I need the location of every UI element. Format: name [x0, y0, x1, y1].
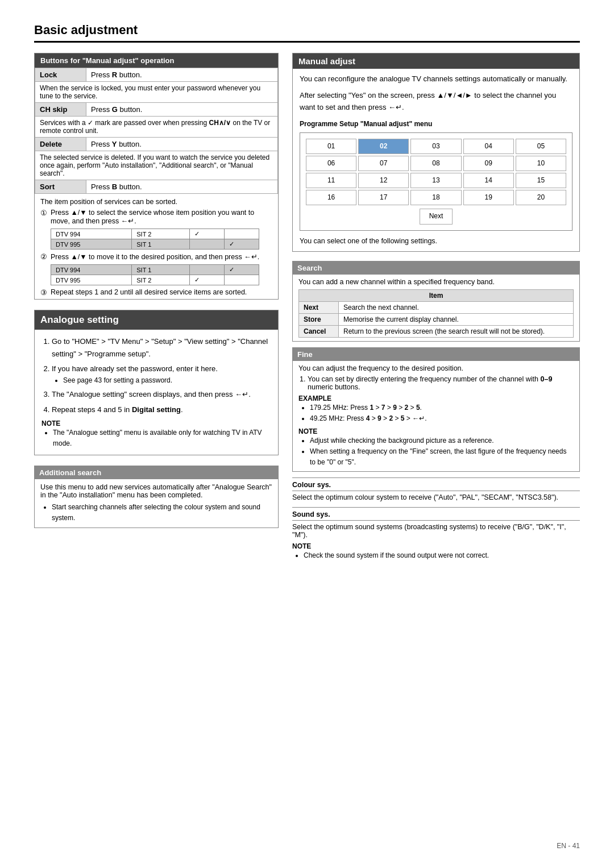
- table-row: ✓: [189, 229, 224, 239]
- list-item: See page 43 for setting a password.: [63, 375, 271, 386]
- table-row: DTV 995: [51, 239, 132, 250]
- sound-sys-body: Select the optimum sound systems (broadc…: [292, 523, 580, 539]
- fine-section: Fine You can adjust the frequency to the…: [292, 347, 580, 472]
- prog-cell: 08: [410, 156, 461, 171]
- page-number: EN - 41: [557, 842, 580, 850]
- fine-header: Fine: [293, 348, 579, 361]
- table-row: ✓: [224, 239, 259, 250]
- manual-adjust-instruction: After selecting "Yes" on the screen, pre…: [300, 90, 572, 114]
- prog-cell-selected: 02: [358, 139, 409, 154]
- list-item: Check the sound system if the sound outp…: [304, 550, 580, 561]
- table-row: [189, 239, 224, 250]
- example-label: EXAMPLE: [298, 394, 574, 402]
- table-row: When the service is locked, you must ent…: [35, 82, 278, 103]
- fine-note: NOTE Adjust while checking the backgroun…: [298, 427, 574, 468]
- sort-table-1: DTV 994SIT 2✓ DTV 995SIT 1✓: [51, 229, 259, 250]
- table-row: ✓: [224, 265, 259, 275]
- lock-note: When the service is locked, you must ent…: [35, 82, 278, 103]
- prog-grid: 01 02 03 04 05 06 07 08 09 10 11 12 13 1…: [300, 132, 572, 231]
- prog-cell: 11: [306, 173, 356, 188]
- table-row: [189, 265, 224, 275]
- table-row: CH skip Press G button.: [35, 103, 278, 117]
- additional-search-text: Use this menu to add new services automa…: [40, 483, 272, 499]
- table-row: SIT 1: [132, 265, 189, 275]
- prog-cell: 10: [516, 156, 566, 171]
- lock-desc: Press R button.: [86, 68, 278, 82]
- search-cancel-desc: Return to the previous screen (the searc…: [339, 325, 574, 337]
- buttons-section-header: Buttons for "Manual adjust" operation: [35, 53, 278, 68]
- lock-label: Lock: [35, 68, 86, 82]
- search-body: You can add a new channel within a speci…: [293, 275, 579, 341]
- page-title: Basic adjustment: [34, 23, 580, 43]
- table-row: DTV 995: [51, 275, 132, 285]
- search-table: Item Next Search the next channel. Store…: [298, 289, 574, 338]
- table-row: Lock Press R button.: [35, 68, 278, 82]
- chskip-note: Services with a ✓ mark are passed over w…: [35, 117, 278, 138]
- example-block: EXAMPLE 179.25 MHz: Press 1 > 7 > 9 > 2 …: [298, 394, 574, 424]
- after-grid-text: You can select one of the following sett…: [300, 235, 572, 247]
- table-row: DTV 994: [51, 265, 132, 275]
- chskip-label: CH skip: [35, 103, 86, 117]
- table-row: Sort Press B button.: [35, 180, 278, 194]
- prog-cell: 12: [358, 173, 409, 188]
- prog-cell: 16: [306, 190, 356, 205]
- table-row: [224, 275, 259, 285]
- table-row: SIT 2: [132, 229, 189, 239]
- fine-body: You can adjust the frequency to the desi…: [293, 361, 579, 472]
- search-intro: You can add a new channel within a speci…: [298, 278, 574, 286]
- list-item: 49.25 MHz: Press 4 > 9 > 2 > 5 > ←↵.: [310, 413, 574, 424]
- manual-adjust-header: Manual adjust: [293, 53, 579, 69]
- right-column: Manual adjust You can reconfigure the an…: [292, 53, 580, 562]
- example-list: 179.25 MHz: Press 1 > 7 > 9 > 2 > 5. 49.…: [310, 402, 574, 424]
- sound-sys-note: NOTE Check the sound system if the sound…: [292, 542, 580, 561]
- table-row: DTV 994: [51, 229, 132, 239]
- prog-cell: 19: [463, 190, 514, 205]
- list-item: Repeat steps 4 and 5 in Digital setting.: [52, 404, 271, 416]
- list-item: Adjust while checking the background pic…: [310, 435, 574, 446]
- search-table-header: Item: [299, 289, 574, 301]
- sort-table-2: DTV 994SIT 1✓ DTV 995SIT 2✓: [51, 264, 259, 285]
- delete-note: The selected service is deleted. If you …: [35, 151, 278, 180]
- prog-cell: 07: [358, 156, 409, 171]
- colour-sys-header: Colour sys.: [292, 477, 580, 491]
- prog-cell: 20: [516, 190, 566, 205]
- analogue-body: Go to "HOME" > "TV Menu" > "Setup" > "Vi…: [35, 330, 278, 455]
- sort-desc: Press B button.: [86, 180, 278, 194]
- list-item: When setting a frequency on the "Fine" s…: [310, 446, 574, 468]
- prog-cell: 09: [463, 156, 514, 171]
- table-row: Next Search the next channel.: [299, 301, 574, 313]
- delete-desc: Press Y button.: [86, 138, 278, 151]
- fine-intro: You can adjust the frequency to the desi…: [298, 364, 574, 372]
- sound-sys-header: Sound sys.: [292, 507, 580, 521]
- additional-search-body: Use this menu to add new services automa…: [35, 479, 278, 528]
- colour-sys-section: Colour sys. Select the optimum colour sy…: [292, 477, 580, 501]
- prog-next-row: Next: [306, 209, 566, 224]
- prog-cell: 14: [463, 173, 514, 188]
- left-column: Buttons for "Manual adjust" operation Lo…: [34, 53, 279, 528]
- list-item: The "Analogue setting" screen displays, …: [52, 388, 271, 401]
- table-row: SIT 1: [132, 239, 189, 250]
- list-item: Start searching channels after selecting…: [52, 502, 272, 524]
- search-next-desc: Search the next channel.: [339, 301, 574, 313]
- colour-sys-body: Select the optimum colour system to rece…: [292, 493, 580, 501]
- search-section: Search You can add a new channel within …: [292, 261, 580, 342]
- manual-adjust-intro: You can reconfigure the analogue TV chan…: [300, 73, 572, 85]
- manual-adjust-body: You can reconfigure the analogue TV chan…: [293, 69, 579, 251]
- prog-cell: 18: [410, 190, 461, 205]
- sort-step1: Press ▲/▼ to select the service whose it…: [51, 209, 272, 225]
- prog-cell: 06: [306, 156, 356, 171]
- list-item: If you have already set the password, en…: [52, 363, 271, 386]
- list-item: 179.25 MHz: Press 1 > 7 > 9 > 2 > 5.: [310, 402, 574, 413]
- sort-note: The item position of services can be sor…: [35, 194, 278, 299]
- list-item: You can set by directly entering the fre…: [308, 375, 574, 391]
- table-row: ✓: [189, 275, 224, 285]
- analogue-header: Analogue setting: [35, 310, 278, 330]
- table-row: Cancel Return to the previous screen (th…: [299, 325, 574, 337]
- prog-cell: 04: [463, 139, 514, 154]
- table-row: Services with a ✓ mark are passed over w…: [35, 117, 278, 138]
- table-row: The selected service is deleted. If you …: [35, 151, 278, 180]
- prog-cell: 15: [516, 173, 566, 188]
- delete-label: Delete: [35, 138, 86, 151]
- table-row: SIT 2: [132, 275, 189, 285]
- search-store-desc: Memorise the current display channel.: [339, 313, 574, 325]
